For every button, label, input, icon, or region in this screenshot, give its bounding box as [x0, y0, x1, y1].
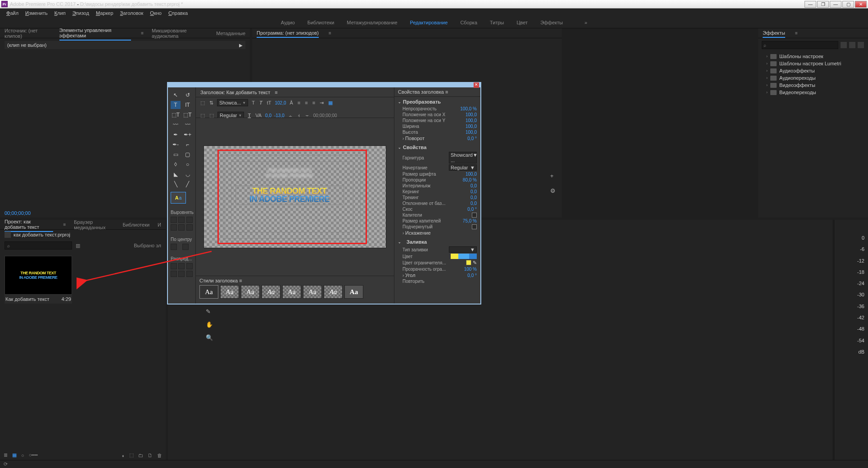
list-view-icon[interactable]: ≣ [4, 452, 8, 458]
delete-anchor-icon[interactable]: ✒- [171, 141, 181, 149]
transform-group[interactable]: ⌄Преобразовать [398, 98, 477, 106]
menu-sequence[interactable]: Эпизод [70, 9, 92, 17]
arc-tool-icon[interactable]: ◡ [183, 170, 193, 178]
titler-canvas[interactable]: THE RANDOM TEXTIN ADOBE PREMIERE THE RAN… [203, 145, 386, 248]
smallcaps-size-value[interactable]: 75,0 % [463, 218, 477, 223]
eyedropper-icon[interactable]: ✎ [206, 308, 213, 315]
fill-type-select[interactable]: ▼ [449, 246, 477, 253]
vertical-area-type-icon[interactable]: ⬚T [183, 111, 193, 119]
tree-item[interactable]: ›Аудиоэффекты [762, 67, 864, 74]
roll-crawl-icon[interactable]: ⇅ [208, 100, 214, 106]
tree-item[interactable]: ›Шаблоны настроек [762, 53, 864, 60]
dist-btn[interactable] [171, 271, 177, 277]
style-icon[interactable]: ⬚ [208, 113, 215, 118]
minimize-button[interactable]: — [805, 1, 816, 8]
tab-media-browser[interactable]: Браузер медиаданных [74, 218, 114, 232]
ws-audio[interactable]: Аудио [281, 20, 295, 25]
align-btn[interactable] [186, 224, 193, 231]
fx-badge-3[interactable] [857, 41, 864, 49]
align-btn[interactable] [178, 224, 185, 231]
leading-value[interactable]: 0,0 [470, 183, 477, 188]
tree-item[interactable]: ›Видеопереходы [762, 89, 864, 96]
align-center-icon[interactable]: ≡ [304, 100, 308, 105]
rectangle-tool-icon[interactable]: ▭ [171, 150, 181, 159]
align-btn[interactable] [186, 217, 193, 223]
close-button[interactable]: ✕ [855, 1, 867, 8]
dist-btn[interactable] [178, 263, 185, 269]
width-value[interactable]: 100,0 [466, 124, 477, 129]
title-text-object[interactable]: THE RANDOM TEXT IN ADOBE PREMIERE [235, 186, 344, 204]
rotate-tool-icon[interactable]: ↺ [183, 91, 193, 99]
tab-stops-icon[interactable]: ⇥ [319, 100, 325, 106]
minimize2-button[interactable]: — [830, 1, 841, 8]
pen-tool-icon[interactable]: ✒ [171, 131, 181, 139]
center-btn[interactable] [182, 244, 189, 250]
align-bottom-icon[interactable]: ⫟ [304, 113, 311, 118]
fill-group[interactable]: ⌄Заливка [398, 238, 477, 246]
tab-audio-mixer[interactable]: Микширование аудиоклипа [152, 27, 208, 40]
ws-effects[interactable]: Эффекты [540, 20, 563, 25]
tree-item[interactable]: ›Шаблоны настроек Lumetri [762, 60, 864, 67]
source-timecode[interactable]: 00;00;00;00 [5, 210, 31, 216]
menu-help[interactable]: Справка [166, 9, 190, 17]
kerning-value[interactable]: 0,0 [265, 113, 271, 118]
align-left-icon[interactable]: ≡ [297, 100, 301, 105]
dist-btn[interactable] [186, 263, 193, 269]
tab-source[interactable]: Источник: (нет клипов) [5, 27, 51, 40]
expand-icon[interactable]: ▶ [239, 43, 243, 48]
convert-anchor-icon[interactable]: ⌐ [183, 141, 193, 149]
tree-item[interactable]: ›Аудиопереходы [762, 74, 864, 82]
dist-btn[interactable] [178, 271, 185, 277]
panel-menu-icon[interactable]: ≡ [141, 31, 144, 36]
bold-icon[interactable]: T [251, 100, 256, 105]
tree-item[interactable]: ›Видеоэффекты [762, 82, 864, 89]
title-style[interactable]: Aa [303, 285, 322, 299]
tab-effects[interactable]: Эффекты [763, 29, 785, 38]
new-bin-icon[interactable]: 🗀 [138, 453, 143, 458]
ws-overflow-icon[interactable]: » [584, 20, 587, 25]
icon-view-icon[interactable]: ▦ [12, 452, 17, 458]
title-style[interactable]: Aa [282, 285, 301, 299]
aspect-value[interactable]: 80,0 % [463, 177, 477, 182]
dist-btn[interactable] [186, 271, 193, 277]
tab-metadata[interactable]: Метаданные [216, 29, 245, 37]
panel-menu-icon[interactable]: ≡ [329, 31, 331, 36]
vertical-path-type-icon[interactable]: 〰 [183, 121, 193, 129]
find-icon[interactable]: ⬚ [129, 452, 134, 458]
new-item-icon[interactable]: 🗋 [148, 453, 153, 458]
tab-libraries[interactable]: Библиотеки [122, 221, 149, 229]
tab-info[interactable]: И [158, 221, 161, 229]
fx-badge-2[interactable] [849, 41, 856, 49]
height-value[interactable]: 100,0 [466, 130, 477, 135]
italic-icon[interactable]: T [258, 100, 263, 105]
align-top-icon[interactable]: ⫠ [287, 113, 294, 118]
tracking-value[interactable]: 0,0 [470, 195, 477, 200]
ws-editing[interactable]: Редактирование [410, 20, 448, 25]
posx-value[interactable]: 100,0 [466, 112, 477, 117]
ws-libraries[interactable]: Библиотеки [307, 20, 335, 25]
style-select[interactable]: Regular▼ [449, 164, 477, 171]
ws-assembly[interactable]: Сборка [460, 20, 477, 25]
freeform-view-icon[interactable]: ○ [21, 453, 24, 458]
stroke-color-swatch[interactable] [466, 260, 471, 265]
align-btn[interactable] [178, 217, 185, 223]
menu-clip[interactable]: Клип [52, 9, 68, 17]
menu-file[interactable]: Файл [4, 9, 21, 17]
title-style[interactable]: Aa [262, 285, 280, 299]
hand-icon[interactable]: ✋ [206, 321, 213, 328]
title-type-icon[interactable]: ⬚ [199, 100, 206, 106]
stroke-opacity-value[interactable]: 100 % [464, 267, 477, 272]
effects-search-input[interactable] [762, 41, 838, 49]
title-style[interactable]: Aa [344, 285, 363, 299]
titler-close-icon[interactable]: ✕ [474, 82, 479, 88]
ellipse-tool-icon[interactable]: ○ [183, 160, 193, 168]
panel-menu-icon[interactable]: ≡ [795, 31, 798, 36]
fontsize-value[interactable]: 100,0 [466, 172, 477, 177]
panel-menu-icon[interactable]: ≡ [275, 90, 277, 95]
show-video-icon[interactable]: ▦ [327, 100, 334, 106]
angle-value[interactable]: 0,0 ° [467, 273, 477, 278]
underline-checkbox[interactable] [472, 224, 477, 229]
wedge-tool-icon[interactable]: ◣ [171, 170, 181, 178]
templates-icon[interactable]: ⬚ [199, 113, 206, 118]
restore-button[interactable]: ❐ [817, 1, 829, 8]
